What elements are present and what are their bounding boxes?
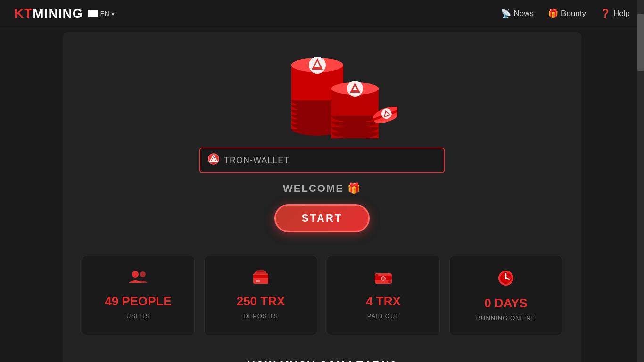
coins-svg	[247, 46, 397, 138]
svg-rect-55	[253, 273, 268, 284]
deposits-label: DEPOSITS	[243, 313, 278, 320]
main-container: WELCOME 🎁 START 49 PEOPLE USERS	[63, 32, 581, 362]
nav-news-label: News	[514, 9, 534, 18]
paid-out-label: PAID OUT	[367, 313, 399, 320]
wallet-input-container	[82, 148, 562, 173]
running-online-value: 0 DAYS	[484, 296, 528, 311]
welcome-section: WELCOME 🎁	[82, 182, 562, 195]
svg-rect-59	[257, 270, 264, 272]
svg-point-65	[388, 280, 391, 283]
svg-point-63	[382, 277, 385, 280]
welcome-text: WELCOME 🎁	[82, 182, 562, 195]
earn-title: HOW MUCH CAN I EARN?	[82, 359, 562, 362]
wallet-input-wrapper[interactable]	[199, 148, 445, 173]
svg-point-53	[132, 271, 139, 278]
start-button[interactable]: START	[274, 204, 370, 232]
earn-section: HOW MUCH CAN I EARN? We nide good earnin…	[82, 359, 562, 362]
logo: KTMINING EN ▾	[14, 6, 115, 21]
deposits-icon	[251, 270, 270, 288]
nav-help-label: Help	[613, 9, 630, 18]
users-value: 49 PEOPLE	[105, 294, 172, 309]
svg-rect-56	[253, 275, 268, 278]
users-icon	[129, 270, 148, 288]
header: KTMINING EN ▾ 📡 News 🎁 Bounty ❓ Help	[0, 0, 644, 27]
tron-logo-icon	[208, 153, 219, 167]
running-online-label: RUNNING ONLINE	[476, 314, 536, 321]
logo-kt: KT	[14, 6, 33, 21]
nav-item-news[interactable]: 📡 News	[501, 8, 534, 19]
paid-out-icon	[374, 270, 393, 288]
svg-point-54	[140, 272, 146, 277]
stats-grid: 49 PEOPLE USERS 250 TRX DEPOSITS	[82, 256, 562, 335]
help-icon: ❓	[600, 8, 611, 19]
stat-card-running-online: 0 DAYS RUNNING ONLINE	[449, 256, 562, 335]
logo-mining: MINING	[33, 6, 83, 21]
chevron-down-icon: ▾	[111, 10, 115, 17]
language-selector[interactable]: EN ▾	[88, 10, 114, 17]
wallet-input[interactable]	[224, 156, 436, 165]
scrollbar-track[interactable]	[637, 0, 644, 362]
coin-illustration	[82, 46, 562, 138]
scrollbar-thumb[interactable]	[637, 14, 644, 71]
nav-item-bounty[interactable]: 🎁 Bounty	[548, 8, 586, 19]
svg-rect-57	[256, 280, 260, 282]
uk-flag-icon	[88, 10, 98, 17]
start-btn-container: START	[82, 204, 562, 232]
bounty-icon: 🎁	[548, 8, 558, 19]
users-label: USERS	[126, 313, 150, 320]
nav-item-help[interactable]: ❓ Help	[600, 8, 630, 19]
svg-point-64	[375, 274, 378, 277]
stat-card-paid-out: 4 TRX PAID OUT	[327, 256, 440, 335]
deposits-value: 250 TRX	[237, 294, 285, 309]
nav-bounty-label: Bounty	[561, 9, 586, 18]
news-icon: 📡	[501, 8, 511, 19]
nav-links: 📡 News 🎁 Bounty ❓ Help	[501, 8, 630, 19]
stat-card-deposits: 250 TRX DEPOSITS	[204, 256, 317, 335]
lang-code: EN	[100, 10, 109, 17]
stat-card-users: 49 PEOPLE USERS	[82, 256, 195, 335]
paid-out-value: 4 TRX	[366, 294, 401, 309]
running-online-icon	[497, 270, 514, 290]
svg-point-70	[505, 277, 507, 279]
